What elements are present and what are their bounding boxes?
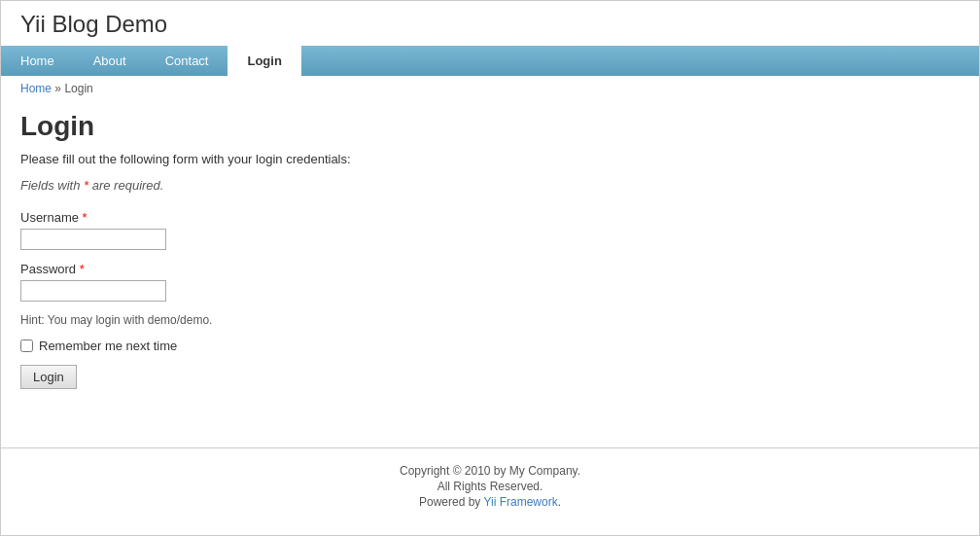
page-heading: Login: [20, 111, 960, 142]
nav-item-contact[interactable]: Contact: [146, 46, 228, 76]
footer-line1: Copyright © 2010 by My Company.: [20, 464, 960, 478]
login-form: Username * Password * Hint: You may logi…: [20, 210, 312, 389]
password-input[interactable]: [20, 280, 166, 302]
username-group: Username *: [20, 210, 312, 250]
required-note-suffix: are required.: [88, 178, 163, 193]
remember-row: Remember me next time: [20, 339, 312, 353]
nav-item-about[interactable]: About: [74, 46, 146, 76]
footer-powered: Powered by Yii Framework.: [20, 495, 960, 509]
login-button[interactable]: Login: [20, 365, 77, 389]
form-description: Please fill out the following form with …: [20, 152, 960, 166]
password-required-star: *: [76, 262, 85, 276]
required-note-prefix: Fields with: [20, 178, 84, 193]
breadcrumb-home-link[interactable]: Home: [20, 82, 52, 95]
password-group: Password *: [20, 262, 312, 302]
breadcrumb: Home » Login: [1, 76, 979, 101]
required-note: Fields with * are required.: [20, 178, 960, 193]
main-content: Login Please fill out the following form…: [1, 101, 979, 409]
username-required-star: *: [79, 210, 88, 225]
navbar: Home About Contact Login: [1, 46, 979, 76]
username-label: Username *: [20, 210, 312, 225]
footer-line2: All Rights Reserved.: [20, 480, 960, 493]
breadcrumb-current: Login: [64, 82, 92, 95]
footer: Copyright © 2010 by My Company. All Righ…: [1, 447, 979, 524]
nav-item-home[interactable]: Home: [1, 46, 74, 76]
footer-yii-link[interactable]: Yii Framework: [483, 495, 557, 509]
password-label: Password *: [20, 262, 312, 276]
nav-item-login[interactable]: Login: [228, 46, 300, 76]
remember-label: Remember me next time: [39, 339, 177, 353]
login-hint: Hint: You may login with demo/demo.: [20, 313, 312, 327]
site-title: Yii Blog Demo: [20, 11, 167, 37]
footer-powered-suffix: .: [558, 495, 561, 509]
username-input[interactable]: [20, 229, 166, 250]
breadcrumb-separator: »: [54, 82, 61, 95]
remember-checkbox[interactable]: [20, 339, 33, 352]
footer-powered-prefix: Powered by: [419, 495, 484, 509]
